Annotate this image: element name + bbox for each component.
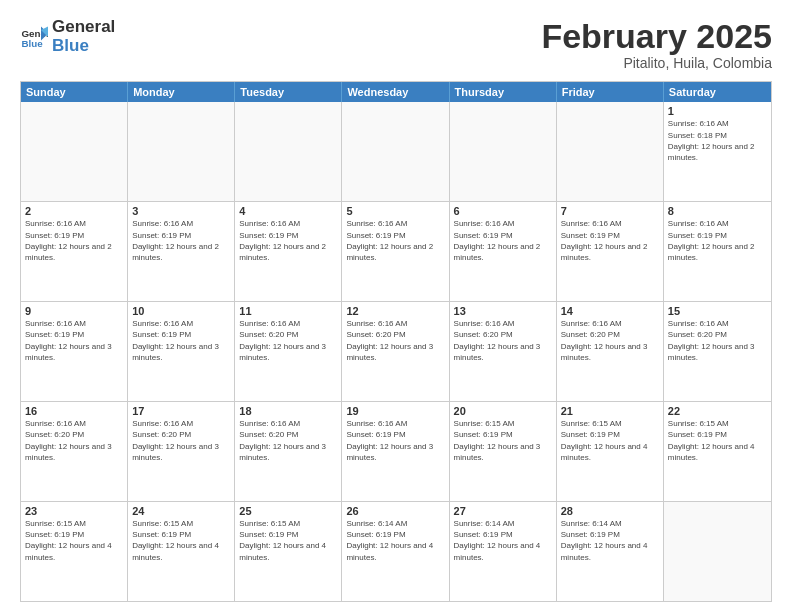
- title-block: February 2025 Pitalito, Huila, Colombia: [541, 18, 772, 71]
- day-number: 2: [25, 205, 123, 217]
- day-info: Sunrise: 6:16 AMSunset: 6:18 PMDaylight:…: [668, 118, 767, 163]
- cal-cell-4-2: 25Sunrise: 6:15 AMSunset: 6:19 PMDayligh…: [235, 502, 342, 601]
- cal-cell-4-4: 27Sunrise: 6:14 AMSunset: 6:19 PMDayligh…: [450, 502, 557, 601]
- cal-cell-3-4: 20Sunrise: 6:15 AMSunset: 6:19 PMDayligh…: [450, 402, 557, 501]
- cal-cell-0-1: [128, 102, 235, 201]
- cal-cell-1-0: 2Sunrise: 6:16 AMSunset: 6:19 PMDaylight…: [21, 202, 128, 301]
- day-number: 28: [561, 505, 659, 517]
- header-sunday: Sunday: [21, 82, 128, 102]
- day-info: Sunrise: 6:16 AMSunset: 6:20 PMDaylight:…: [454, 318, 552, 363]
- day-number: 24: [132, 505, 230, 517]
- cal-cell-4-3: 26Sunrise: 6:14 AMSunset: 6:19 PMDayligh…: [342, 502, 449, 601]
- svg-text:Blue: Blue: [21, 37, 43, 48]
- day-info: Sunrise: 6:16 AMSunset: 6:19 PMDaylight:…: [346, 218, 444, 263]
- day-info: Sunrise: 6:16 AMSunset: 6:19 PMDaylight:…: [132, 218, 230, 263]
- day-number: 10: [132, 305, 230, 317]
- day-number: 19: [346, 405, 444, 417]
- header-friday: Friday: [557, 82, 664, 102]
- cal-cell-0-6: 1Sunrise: 6:16 AMSunset: 6:18 PMDaylight…: [664, 102, 771, 201]
- day-info: Sunrise: 6:16 AMSunset: 6:19 PMDaylight:…: [561, 218, 659, 263]
- day-number: 12: [346, 305, 444, 317]
- cal-cell-3-2: 18Sunrise: 6:16 AMSunset: 6:20 PMDayligh…: [235, 402, 342, 501]
- day-info: Sunrise: 6:15 AMSunset: 6:19 PMDaylight:…: [561, 418, 659, 463]
- cal-cell-1-1: 3Sunrise: 6:16 AMSunset: 6:19 PMDaylight…: [128, 202, 235, 301]
- day-number: 23: [25, 505, 123, 517]
- cal-cell-0-3: [342, 102, 449, 201]
- day-info: Sunrise: 6:16 AMSunset: 6:19 PMDaylight:…: [25, 218, 123, 263]
- day-info: Sunrise: 6:16 AMSunset: 6:20 PMDaylight:…: [561, 318, 659, 363]
- cal-week-2: 9Sunrise: 6:16 AMSunset: 6:19 PMDaylight…: [21, 301, 771, 401]
- day-info: Sunrise: 6:15 AMSunset: 6:19 PMDaylight:…: [668, 418, 767, 463]
- day-number: 14: [561, 305, 659, 317]
- cal-cell-0-2: [235, 102, 342, 201]
- cal-cell-2-3: 12Sunrise: 6:16 AMSunset: 6:20 PMDayligh…: [342, 302, 449, 401]
- day-info: Sunrise: 6:16 AMSunset: 6:20 PMDaylight:…: [25, 418, 123, 463]
- day-number: 16: [25, 405, 123, 417]
- day-info: Sunrise: 6:16 AMSunset: 6:19 PMDaylight:…: [132, 318, 230, 363]
- cal-cell-0-5: [557, 102, 664, 201]
- day-number: 26: [346, 505, 444, 517]
- day-info: Sunrise: 6:15 AMSunset: 6:19 PMDaylight:…: [239, 518, 337, 563]
- day-info: Sunrise: 6:16 AMSunset: 6:20 PMDaylight:…: [668, 318, 767, 363]
- cal-cell-4-5: 28Sunrise: 6:14 AMSunset: 6:19 PMDayligh…: [557, 502, 664, 601]
- day-number: 9: [25, 305, 123, 317]
- calendar-header: Sunday Monday Tuesday Wednesday Thursday…: [21, 82, 771, 102]
- day-number: 11: [239, 305, 337, 317]
- day-number: 15: [668, 305, 767, 317]
- cal-cell-4-1: 24Sunrise: 6:15 AMSunset: 6:19 PMDayligh…: [128, 502, 235, 601]
- day-number: 27: [454, 505, 552, 517]
- day-number: 4: [239, 205, 337, 217]
- day-number: 7: [561, 205, 659, 217]
- cal-cell-2-0: 9Sunrise: 6:16 AMSunset: 6:19 PMDaylight…: [21, 302, 128, 401]
- day-number: 25: [239, 505, 337, 517]
- cal-cell-2-2: 11Sunrise: 6:16 AMSunset: 6:20 PMDayligh…: [235, 302, 342, 401]
- cal-cell-3-1: 17Sunrise: 6:16 AMSunset: 6:20 PMDayligh…: [128, 402, 235, 501]
- month-title: February 2025: [541, 18, 772, 55]
- day-number: 3: [132, 205, 230, 217]
- cal-cell-3-0: 16Sunrise: 6:16 AMSunset: 6:20 PMDayligh…: [21, 402, 128, 501]
- day-info: Sunrise: 6:16 AMSunset: 6:19 PMDaylight:…: [346, 418, 444, 463]
- cal-cell-2-5: 14Sunrise: 6:16 AMSunset: 6:20 PMDayligh…: [557, 302, 664, 401]
- cal-cell-1-3: 5Sunrise: 6:16 AMSunset: 6:19 PMDaylight…: [342, 202, 449, 301]
- header-saturday: Saturday: [664, 82, 771, 102]
- cal-week-0: 1Sunrise: 6:16 AMSunset: 6:18 PMDaylight…: [21, 102, 771, 201]
- cal-cell-3-6: 22Sunrise: 6:15 AMSunset: 6:19 PMDayligh…: [664, 402, 771, 501]
- logo: General Blue General Blue: [20, 18, 115, 55]
- day-number: 13: [454, 305, 552, 317]
- logo-blue: Blue: [52, 37, 115, 56]
- day-info: Sunrise: 6:16 AMSunset: 6:20 PMDaylight:…: [239, 418, 337, 463]
- day-info: Sunrise: 6:14 AMSunset: 6:19 PMDaylight:…: [454, 518, 552, 563]
- calendar-body: 1Sunrise: 6:16 AMSunset: 6:18 PMDaylight…: [21, 102, 771, 601]
- day-number: 18: [239, 405, 337, 417]
- day-info: Sunrise: 6:14 AMSunset: 6:19 PMDaylight:…: [561, 518, 659, 563]
- cal-cell-0-4: [450, 102, 557, 201]
- cal-cell-1-6: 8Sunrise: 6:16 AMSunset: 6:19 PMDaylight…: [664, 202, 771, 301]
- header-thursday: Thursday: [450, 82, 557, 102]
- cal-cell-1-5: 7Sunrise: 6:16 AMSunset: 6:19 PMDaylight…: [557, 202, 664, 301]
- header-tuesday: Tuesday: [235, 82, 342, 102]
- cal-cell-4-0: 23Sunrise: 6:15 AMSunset: 6:19 PMDayligh…: [21, 502, 128, 601]
- page: General Blue General Blue February 2025 …: [0, 0, 792, 612]
- day-number: 6: [454, 205, 552, 217]
- day-info: Sunrise: 6:16 AMSunset: 6:20 PMDaylight:…: [239, 318, 337, 363]
- logo-icon: General Blue: [20, 23, 48, 51]
- header-wednesday: Wednesday: [342, 82, 449, 102]
- day-info: Sunrise: 6:16 AMSunset: 6:19 PMDaylight:…: [668, 218, 767, 263]
- location-title: Pitalito, Huila, Colombia: [541, 55, 772, 71]
- cal-cell-2-4: 13Sunrise: 6:16 AMSunset: 6:20 PMDayligh…: [450, 302, 557, 401]
- day-number: 21: [561, 405, 659, 417]
- cal-cell-1-2: 4Sunrise: 6:16 AMSunset: 6:19 PMDaylight…: [235, 202, 342, 301]
- header-monday: Monday: [128, 82, 235, 102]
- day-number: 5: [346, 205, 444, 217]
- day-info: Sunrise: 6:15 AMSunset: 6:19 PMDaylight:…: [454, 418, 552, 463]
- day-number: 1: [668, 105, 767, 117]
- header: General Blue General Blue February 2025 …: [20, 18, 772, 71]
- day-info: Sunrise: 6:16 AMSunset: 6:20 PMDaylight:…: [132, 418, 230, 463]
- day-info: Sunrise: 6:16 AMSunset: 6:19 PMDaylight:…: [239, 218, 337, 263]
- day-number: 8: [668, 205, 767, 217]
- cal-cell-3-3: 19Sunrise: 6:16 AMSunset: 6:19 PMDayligh…: [342, 402, 449, 501]
- cal-cell-4-6: [664, 502, 771, 601]
- cal-week-1: 2Sunrise: 6:16 AMSunset: 6:19 PMDaylight…: [21, 201, 771, 301]
- cal-week-4: 23Sunrise: 6:15 AMSunset: 6:19 PMDayligh…: [21, 501, 771, 601]
- day-info: Sunrise: 6:16 AMSunset: 6:19 PMDaylight:…: [25, 318, 123, 363]
